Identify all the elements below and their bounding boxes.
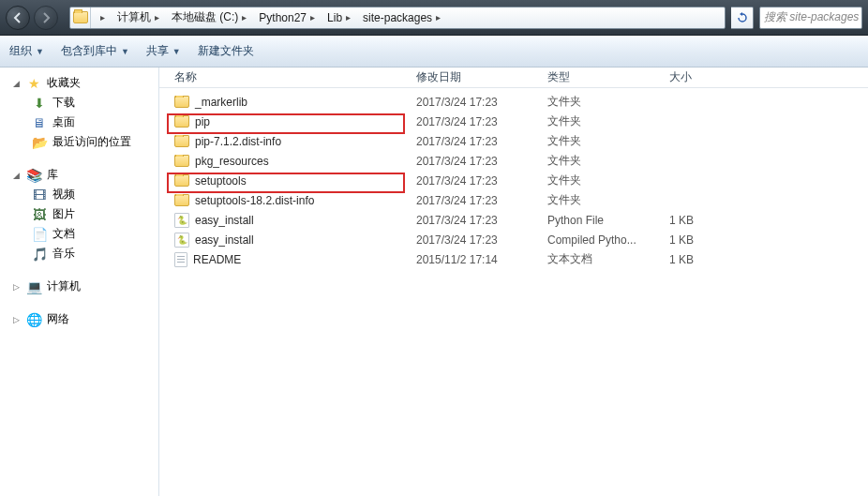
file-name-cell: setuptools: [169, 174, 411, 188]
chevron-down-icon: ◢: [13, 79, 21, 88]
file-row[interactable]: README2015/11/2 17:14文本文档1 KB: [159, 249, 868, 269]
sidebar-item-desktop[interactable]: 🖥 桌面: [0, 113, 158, 132]
column-headers: 名称 修改日期 类型 大小: [159, 68, 868, 88]
python-file-icon: [174, 233, 189, 248]
picture-icon: 🖼: [32, 207, 47, 222]
search-input[interactable]: 搜索 site-packages: [759, 7, 862, 29]
sidebar-item-documents[interactable]: 📄 文档: [0, 224, 158, 244]
file-row[interactable]: setuptools2017/3/24 17:23文件夹: [159, 171, 868, 190]
computer-icon: 💻: [26, 279, 41, 294]
sidebar-item-music[interactable]: 🎵 音乐: [0, 244, 158, 263]
chevron-down-icon: ▼: [172, 47, 181, 56]
music-icon: 🎵: [32, 247, 47, 262]
file-date-cell: 2015/11/2 17:14: [411, 253, 542, 266]
file-type-cell: Compiled Pytho...: [542, 233, 664, 247]
toolbar: 组织▼ 包含到库中▼ 共享▼ 新建文件夹: [0, 36, 868, 68]
file-name-cell: pip-7.1.2.dist-info: [169, 135, 411, 148]
file-name-cell: easy_install: [169, 213, 411, 228]
file-type-cell: 文件夹: [542, 192, 664, 208]
python-file-icon: [174, 213, 189, 228]
sidebar-item-pictures[interactable]: 🖼 图片: [0, 204, 158, 224]
file-list-pane: 名称 修改日期 类型 大小 _markerlib2017/3/24 17:23文…: [159, 68, 868, 496]
file-type-cell: 文件夹: [542, 173, 664, 188]
column-size[interactable]: 大小: [664, 68, 739, 87]
sidebar-item-recent[interactable]: 📂 最近访问的位置: [0, 132, 158, 152]
file-type-cell: 文件夹: [542, 94, 664, 110]
text-file-icon: [174, 252, 187, 267]
file-name-cell: pip: [169, 115, 411, 128]
recent-icon: 📂: [32, 135, 47, 150]
file-date-cell: 2017/3/24 17:23: [411, 174, 542, 188]
video-icon: 🎞: [32, 188, 47, 203]
back-button[interactable]: [6, 6, 30, 30]
file-date-cell: 2017/3/24 17:23: [411, 96, 542, 109]
sidebar-item-downloads[interactable]: ⬇ 下载: [0, 93, 158, 113]
sidebar-network[interactable]: ▷ 🌐 网络: [0, 309, 158, 329]
chevron-right-icon: ▸: [242, 12, 247, 23]
breadcrumb-bar[interactable]: ▸计算机▸本地磁盘 (C:)▸Python27▸Lib▸site-package…: [69, 7, 726, 29]
file-row[interactable]: setuptools-18.2.dist-info2017/3/24 17:23…: [159, 190, 868, 210]
file-row[interactable]: pip-7.1.2.dist-info2017/3/24 17:23文件夹: [159, 131, 868, 151]
file-row[interactable]: pip2017/3/24 17:23文件夹: [159, 112, 868, 131]
arrow-right-icon: [40, 12, 52, 23]
file-type-cell: 文件夹: [542, 133, 664, 149]
file-type-cell: 文本文档: [542, 251, 664, 267]
organize-menu[interactable]: 组织▼: [9, 43, 44, 59]
sidebar-favorites[interactable]: ◢ ★ 收藏夹: [0, 73, 158, 93]
sidebar-item-videos[interactable]: 🎞 视频: [0, 185, 158, 204]
refresh-button[interactable]: [731, 7, 754, 29]
folder-icon: [174, 174, 189, 187]
download-icon: ⬇: [32, 96, 47, 111]
address-bar: ▸计算机▸本地磁盘 (C:)▸Python27▸Lib▸site-package…: [0, 0, 868, 36]
folder-icon: [174, 96, 189, 108]
file-date-cell: 2017/3/24 17:23: [411, 115, 542, 128]
refresh-icon: [737, 12, 748, 23]
network-icon: 🌐: [26, 312, 41, 327]
folder-icon: [174, 115, 189, 128]
file-name-cell: easy_install: [169, 233, 411, 248]
breadcrumb-segment[interactable]: Lib▸: [322, 8, 357, 28]
breadcrumb-segment[interactable]: Python27▸: [253, 8, 322, 28]
chevron-right-icon: ▸: [310, 12, 315, 23]
share-menu[interactable]: 共享▼: [146, 43, 181, 59]
breadcrumb-lead[interactable]: ▸: [91, 8, 112, 28]
search-placeholder: 搜索 site-packages: [764, 9, 859, 25]
sidebar-computer[interactable]: ▷ 💻 计算机: [0, 277, 158, 296]
chevron-right-icon: ▸: [346, 12, 351, 23]
star-icon: ★: [26, 76, 41, 91]
file-rows: _markerlib2017/3/24 17:23文件夹pip2017/3/24…: [159, 88, 868, 496]
file-size-cell: 1 KB: [664, 233, 739, 247]
file-row[interactable]: easy_install2017/3/24 17:23Compiled Pyth…: [159, 230, 868, 249]
file-row[interactable]: easy_install2017/3/24 17:23Python File1 …: [159, 210, 868, 230]
column-date[interactable]: 修改日期: [411, 68, 542, 87]
file-name-cell: setuptools-18.2.dist-info: [169, 194, 411, 207]
desktop-icon: 🖥: [32, 115, 47, 130]
chevron-down-icon: ◢: [13, 171, 21, 180]
breadcrumb-segment[interactable]: site-packages▸: [357, 8, 447, 28]
file-type-cell: 文件夹: [542, 113, 664, 129]
main-area: ◢ ★ 收藏夹 ⬇ 下载 🖥 桌面 📂 最近访问的位置 ◢ 📚 库: [0, 68, 868, 496]
file-row[interactable]: _markerlib2017/3/24 17:23文件夹: [159, 92, 868, 112]
chevron-right-icon: ▸: [436, 12, 441, 23]
new-folder-button[interactable]: 新建文件夹: [198, 43, 254, 59]
document-icon: 📄: [32, 227, 47, 242]
sidebar-libraries[interactable]: ◢ 📚 库: [0, 165, 158, 185]
breadcrumb-segment[interactable]: 计算机▸: [112, 8, 166, 28]
folder-icon: [174, 155, 189, 167]
file-size-cell: 1 KB: [664, 253, 739, 266]
chevron-down-icon: ▼: [121, 47, 129, 56]
file-date-cell: 2017/3/24 17:23: [411, 135, 542, 148]
breadcrumb-segment[interactable]: 本地磁盘 (C:)▸: [166, 8, 253, 28]
column-type[interactable]: 类型: [542, 68, 664, 87]
include-in-library-menu[interactable]: 包含到库中▼: [61, 43, 129, 59]
file-size-cell: 1 KB: [664, 214, 739, 227]
arrow-left-icon: [12, 12, 23, 23]
column-name[interactable]: 名称: [169, 68, 411, 87]
file-date-cell: 2017/3/24 17:23: [411, 155, 542, 168]
chevron-down-icon: ▼: [36, 47, 44, 56]
file-row[interactable]: pkg_resources2017/3/24 17:23文件夹: [159, 151, 868, 171]
file-name-cell: pkg_resources: [169, 155, 411, 168]
file-date-cell: 2017/3/24 17:23: [411, 214, 542, 227]
file-date-cell: 2017/3/24 17:23: [411, 194, 542, 207]
forward-button[interactable]: [34, 6, 58, 30]
